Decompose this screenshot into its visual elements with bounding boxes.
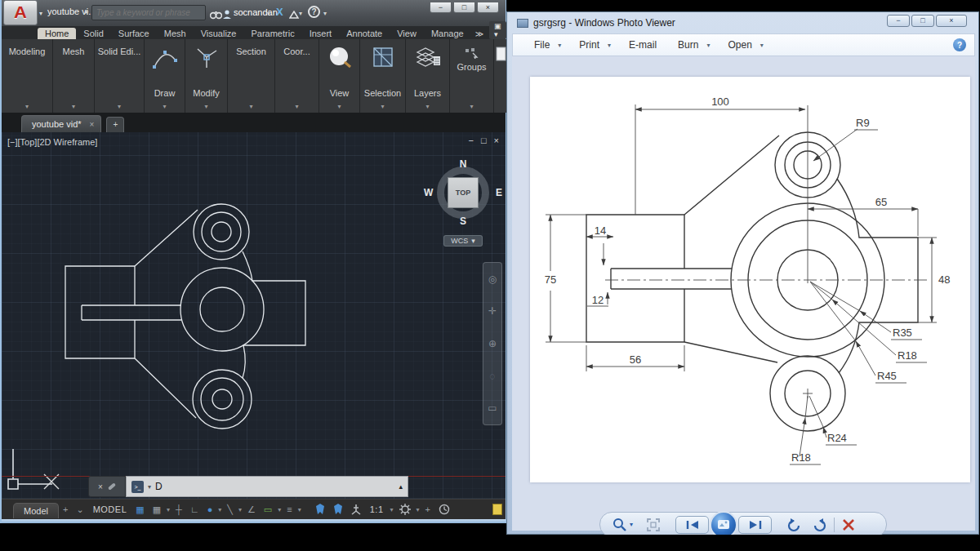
panel-mesh[interactable]: Mesh ▾	[53, 39, 94, 113]
tab-insert[interactable]: Insert	[302, 28, 340, 39]
search-binoculars-icon[interactable]	[210, 7, 222, 21]
tab-annotate[interactable]: Annotate	[339, 28, 390, 39]
tab-visualize[interactable]: Visualize	[194, 28, 244, 39]
annotation-scale-value[interactable]: 1:1	[365, 504, 389, 514]
minimize-button[interactable]: −	[430, 2, 452, 13]
tab-surface[interactable]: Surface	[111, 28, 157, 39]
tab-mesh[interactable]: Mesh	[157, 28, 194, 39]
next-button[interactable]	[738, 516, 772, 534]
viewcube-west[interactable]: W	[424, 187, 433, 198]
panel-caret-icon[interactable]: ▾	[337, 103, 341, 110]
viewer-close-button[interactable]: ×	[936, 15, 967, 27]
search-input[interactable]	[91, 5, 206, 20]
grid-display-toggle[interactable]: ▦	[131, 504, 148, 515]
layout-chevron-icon[interactable]: ⌄	[72, 504, 87, 515]
viewer-maximize-button[interactable]: □	[911, 15, 934, 27]
record-button[interactable]: ▣ ▾	[489, 21, 506, 39]
user-avatar-icon[interactable]	[222, 7, 232, 21]
scale-caret-icon[interactable]: ▾	[389, 506, 395, 513]
showmotion-icon[interactable]: ▭	[488, 402, 497, 414]
user-dropdown-caret-icon[interactable]: ▾	[267, 10, 270, 17]
viewcube-top-face[interactable]: TOP	[448, 177, 479, 208]
draw-arc-icon[interactable]	[151, 46, 179, 73]
tab-parametric[interactable]: Parametric	[243, 28, 301, 39]
maximize-button[interactable]: □	[453, 2, 475, 13]
command-close-icon[interactable]: ×	[98, 482, 103, 491]
new-layout-button[interactable]: +	[59, 504, 72, 514]
wcs-dropdown[interactable]: WCS ▾	[443, 235, 483, 247]
model-layout-tab[interactable]: Model	[13, 503, 59, 518]
isolate-objects-icon[interactable]: +	[421, 504, 434, 514]
drawing-canvas[interactable]: [−][Top][2D Wireframe] − □ ×	[2, 132, 506, 499]
wrench-icon[interactable]	[108, 482, 116, 490]
panel-caret-icon[interactable]: ▾	[381, 103, 384, 110]
layers-icon[interactable]	[414, 46, 442, 73]
panel-selection[interactable]: Selection ▾	[360, 39, 405, 113]
viewcube[interactable]: N S W E TOP	[432, 162, 494, 224]
qat-flyout-icon[interactable]: ▸	[85, 7, 89, 16]
command-grip[interactable]: ×	[88, 476, 126, 497]
help-icon[interactable]: ?	[308, 6, 320, 18]
modify-icon[interactable]	[193, 46, 220, 73]
snap-mode-toggle[interactable]: ▦	[149, 504, 165, 515]
selection-icon[interactable]	[370, 46, 396, 73]
workspace-caret-icon[interactable]: ▾	[415, 506, 421, 513]
panel-caret-icon[interactable]: ▾	[470, 103, 473, 110]
command-line[interactable]: × >_ ▾ D ▴	[88, 476, 408, 497]
panel-coordinates[interactable]: Coor... ▾	[275, 39, 318, 113]
command-recent-caret-icon[interactable]: ▾	[148, 483, 151, 491]
annotation-scale-icon[interactable]	[347, 504, 365, 515]
annotation-visibility-icon[interactable]	[311, 504, 329, 515]
steering-wheel-icon[interactable]: ◎	[488, 273, 497, 285]
menu-file[interactable]: File	[531, 38, 553, 52]
workspace-gear-icon[interactable]	[395, 504, 415, 515]
panel-caret-icon[interactable]: ▾	[163, 103, 166, 110]
isodraft-caret-icon[interactable]: ▾	[237, 506, 243, 513]
panel-modeling[interactable]: Modeling ▾	[2, 39, 52, 113]
command-collapse-icon[interactable]: ▴	[399, 482, 403, 491]
clock-icon[interactable]	[434, 504, 454, 515]
zoom-icon[interactable]: ⊕	[488, 338, 497, 349]
view-sphere-icon[interactable]	[327, 46, 353, 73]
rotate-counterclockwise-button[interactable]	[786, 518, 803, 532]
help-caret-icon[interactable]: ▾	[323, 10, 327, 17]
isodraft-toggle[interactable]: ╲	[223, 504, 237, 515]
menu-open[interactable]: Open	[724, 38, 755, 52]
panel-caret-icon[interactable]: ▾	[25, 103, 29, 110]
panel-groups[interactable]: Groups ▾	[450, 39, 493, 113]
tab-home[interactable]: Home	[38, 28, 76, 39]
panel-draw[interactable]: Draw ▾	[145, 39, 185, 113]
rotate-clockwise-button[interactable]	[811, 518, 827, 532]
menu-burn-caret-icon[interactable]: ▾	[706, 42, 710, 49]
panel-caret-icon[interactable]: ▾	[249, 103, 252, 110]
panel-solid-editing[interactable]: Solid Edi... ▾	[95, 39, 144, 113]
panel-partial[interactable]	[494, 39, 507, 113]
menu-print[interactable]: Print	[576, 38, 603, 52]
status-tray-icon[interactable]	[492, 504, 502, 515]
object-snap-toggle[interactable]: ▭	[260, 504, 276, 515]
polar-caret-icon[interactable]: ▾	[216, 506, 223, 513]
tab-view[interactable]: View	[390, 28, 424, 39]
panel-layers[interactable]: Layers ▾	[406, 39, 449, 113]
panel-view[interactable]: View ▾	[319, 39, 359, 113]
pan-icon[interactable]: ✛	[488, 305, 497, 317]
menu-burn[interactable]: Burn	[675, 38, 702, 52]
zoom-button[interactable]	[612, 517, 628, 533]
tab-manage[interactable]: Manage	[424, 28, 471, 39]
signed-in-user[interactable]: socnandan	[234, 7, 278, 17]
document-tab-close-icon[interactable]: ×	[90, 120, 95, 129]
ortho-toggle[interactable]: ∟	[186, 504, 203, 514]
document-tab[interactable]: youtube vid* ×	[21, 115, 101, 132]
viewer-help-icon[interactable]: ?	[953, 38, 966, 51]
close-button[interactable]: ×	[477, 2, 499, 13]
delete-button[interactable]	[841, 518, 856, 532]
new-document-tab-button[interactable]: +	[106, 117, 124, 132]
menu-email[interactable]: E-mail	[626, 38, 660, 52]
menu-file-caret-icon[interactable]: ▾	[558, 42, 561, 49]
groups-icon[interactable]	[465, 47, 479, 62]
snap-caret-icon[interactable]: ▾	[165, 506, 172, 513]
space-indicator[interactable]: MODEL	[88, 504, 132, 514]
command-text[interactable]: D	[155, 481, 163, 492]
tab-overflow-icon[interactable]: ≫	[471, 29, 488, 39]
panel-modify[interactable]: Modify ▾	[185, 39, 227, 113]
